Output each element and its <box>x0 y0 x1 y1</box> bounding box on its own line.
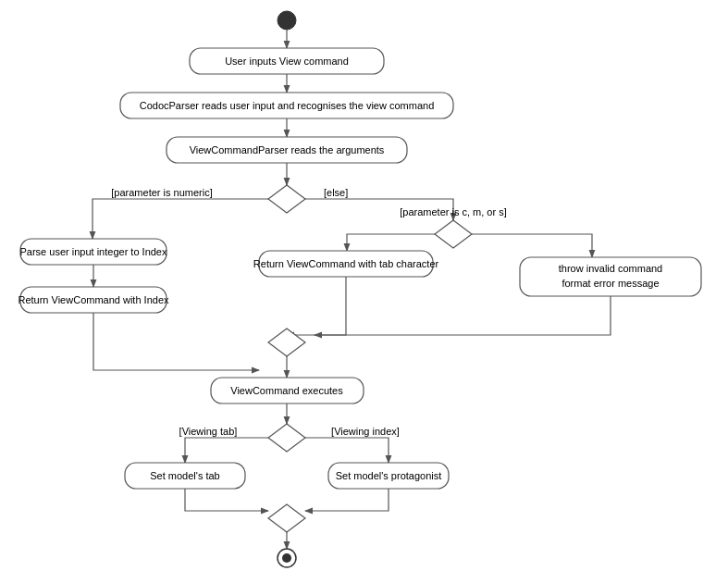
arrow-decision1-left <box>93 199 268 239</box>
arrow-throw-to-merge1 <box>315 296 611 335</box>
label-param-numeric: [parameter is numeric] <box>111 187 212 198</box>
throw-error-label: throw invalid command <box>559 263 663 274</box>
start-node <box>278 11 296 30</box>
return-index-label: Return ViewCommand with Index <box>18 294 169 305</box>
decision2-diamond <box>435 220 472 248</box>
merge2-diamond <box>268 504 305 532</box>
arrow-return-tab-to-merge1 <box>287 277 346 335</box>
parse-integer-label: Parse user input integer to Index <box>20 246 167 257</box>
arrow-decision2-right <box>472 234 592 257</box>
set-tab-label: Set model's tab <box>150 470 219 481</box>
decision3-diamond <box>268 424 305 452</box>
arrow-set-tab-to-merge2 <box>185 489 268 511</box>
label-param-cms: [parameter is c, m, or s] <box>400 206 507 217</box>
decision1-diamond <box>268 185 305 213</box>
arrow-return-index-to-merge1 <box>93 313 259 370</box>
codoc-parser-label: CodocParser reads user input and recogni… <box>140 100 435 111</box>
arrow-decision3-right <box>305 438 389 463</box>
arrow-decision3-left <box>185 438 268 463</box>
throw-error-label2: format error message <box>561 278 659 289</box>
arrow-set-protagonist-to-merge2 <box>305 489 389 511</box>
merge1-diamond <box>268 329 305 356</box>
user-input-label: User inputs View command <box>225 56 349 67</box>
label-viewing-index: [Viewing index] <box>331 426 400 437</box>
return-tab-label: Return ViewCommand with tab character <box>253 258 439 269</box>
view-command-parser-label: ViewCommandParser reads the arguments <box>190 144 385 155</box>
label-viewing-tab: [Viewing tab] <box>179 426 238 437</box>
view-command-exec-label: ViewCommand executes <box>230 385 343 396</box>
label-else: [else] <box>324 187 348 198</box>
end-inner <box>282 553 291 563</box>
arrow-decision2-left <box>347 234 435 251</box>
set-protagonist-label: Set model's protagonist <box>336 470 442 481</box>
